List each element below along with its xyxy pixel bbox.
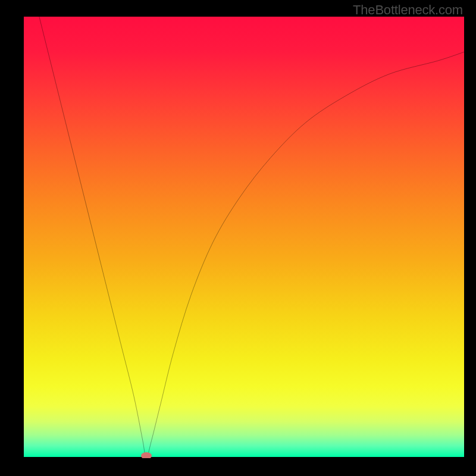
bottleneck-curve (24, 17, 464, 458)
minimum-marker (141, 452, 152, 458)
watermark-label: TheBottleneck.com (353, 2, 463, 18)
chart-frame: TheBottleneck.com (0, 0, 476, 476)
plot-area (24, 17, 464, 458)
